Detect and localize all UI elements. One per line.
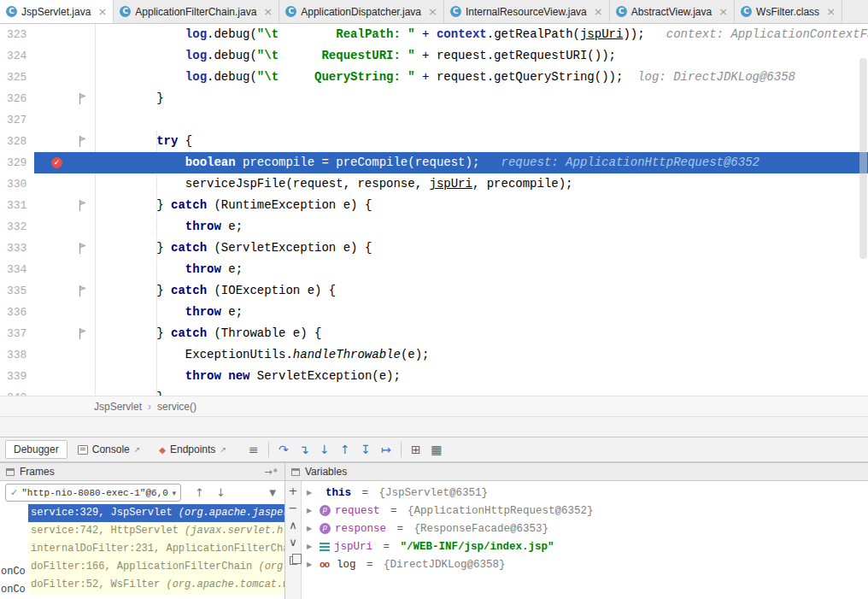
fold-marker-icon[interactable] — [79, 136, 86, 147]
next-frame-icon[interactable]: ↓ — [216, 486, 226, 499]
gutter[interactable] — [34, 323, 96, 344]
code-text: } — [96, 88, 868, 109]
variable-row[interactable]: jspUri = "/WEB-INF/jsp/index.jsp" — [302, 537, 868, 555]
frames-title: Frames — [20, 466, 55, 478]
gutter[interactable] — [34, 302, 96, 323]
tab-close-icon[interactable] — [718, 6, 728, 17]
remove-watch-icon[interactable]: − — [289, 502, 298, 514]
fold-marker-icon[interactable] — [79, 328, 86, 339]
variable-row[interactable]: this = {JspServlet@6351} — [302, 484, 868, 502]
tab-close-icon[interactable] — [826, 6, 836, 17]
frame-row[interactable]: doFilter:166, ApplicationFilterChain (or… — [0, 558, 284, 576]
line-number: 324 — [0, 45, 34, 67]
step-into-icon[interactable]: ↓ — [314, 443, 335, 456]
equals-sign: = — [377, 541, 396, 553]
filter-frames-icon[interactable]: ▼ — [269, 488, 276, 497]
variable-row[interactable]: oolog = {DirectJDKLog@6358} — [302, 555, 868, 573]
code-line: 324 log.debug("\t RequestURI: " + reques… — [0, 45, 868, 67]
gutter[interactable] — [34, 131, 96, 152]
duplicate-icon[interactable] — [290, 556, 297, 565]
code-line: 330 serviceJspFile(request, response, js… — [0, 173, 868, 195]
tab-close-icon[interactable] — [97, 6, 107, 17]
debug-tab-debugger[interactable]: Debugger — [5, 440, 67, 459]
debug-tab-console[interactable]: Console — [69, 440, 150, 459]
frame-row[interactable]: service:742, HttpServlet (javax.servlet.… — [0, 522, 284, 540]
gutter[interactable] — [34, 238, 96, 259]
frames-icon — [6, 468, 15, 476]
code-token: catch — [171, 326, 207, 340]
fold-marker-icon[interactable] — [79, 93, 86, 104]
code-token: context: ApplicationContextFacade@63 — [645, 27, 868, 41]
previous-frame-icon[interactable]: ↑ — [195, 486, 204, 499]
code-editor[interactable]: 323 log.debug("\t RealPath: " + context.… — [0, 24, 868, 396]
layout-options-icon[interactable]: ≡ — [243, 443, 264, 456]
gutter[interactable] — [34, 195, 96, 216]
tab-close-icon[interactable] — [263, 6, 273, 17]
editor-tab[interactable]: WsFilter.class — [735, 0, 842, 23]
gutter[interactable] — [34, 24, 96, 45]
code-line: 335 } catch (IOException e) { — [0, 280, 868, 302]
gutter[interactable] — [34, 366, 96, 387]
code-token: throw — [185, 262, 221, 276]
drop-frame-icon[interactable]: ↧ — [355, 443, 376, 456]
gutter[interactable] — [34, 173, 96, 195]
gutter[interactable] — [34, 259, 96, 280]
editor-tab[interactable]: ApplicationDispatcher.java — [279, 0, 444, 23]
frame-row[interactable]: service:329, JspServlet (org.apache.jasp… — [0, 504, 284, 522]
gutter[interactable] — [34, 88, 96, 109]
breakpoint-icon[interactable] — [51, 157, 62, 168]
expand-chevron-icon[interactable] — [307, 561, 315, 568]
frame-row[interactable]: internalDoFilter:231, ApplicationFilterC… — [0, 540, 284, 558]
step-out-icon[interactable]: ↑ — [335, 443, 355, 456]
gutter[interactable] — [34, 344, 96, 366]
editor-tab[interactable]: JspServlet.java — [0, 0, 114, 23]
frame-row[interactable]: doFilter:52, WsFilter (org.apache.tomcat… — [0, 576, 284, 594]
move-down-icon[interactable]: ∨ — [289, 537, 297, 548]
gutter[interactable] — [34, 152, 96, 173]
editor-tab[interactable]: AbstractView.java — [610, 0, 735, 23]
gutter[interactable] — [34, 109, 96, 131]
line-number: 323 — [0, 24, 34, 45]
code-token: (e); — [401, 348, 430, 361]
debug-tab-endpoints[interactable]: Endpoints — [150, 440, 235, 459]
splitter-band[interactable] — [0, 416, 868, 437]
code-token: } — [156, 198, 171, 212]
line-number: 334 — [0, 259, 34, 280]
equals-sign: = — [390, 523, 410, 535]
code-text: } catch (IOException e) { — [96, 280, 868, 302]
gutter[interactable] — [34, 45, 96, 67]
dropdown-caret-icon[interactable] — [172, 489, 176, 497]
layout-settings-icon[interactable]: ▦ — [426, 443, 447, 456]
console-icon — [78, 445, 88, 455]
expand-chevron-icon[interactable] — [307, 543, 315, 550]
step-over-icon[interactable]: ↴ — [294, 443, 314, 456]
editor-scrollbar[interactable] — [859, 58, 867, 259]
breadcrumb-item[interactable]: JspServlet — [94, 401, 142, 413]
editor-tab[interactable]: ApplicationFilterChain.java — [114, 0, 279, 23]
tab-close-icon[interactable] — [428, 6, 437, 17]
gutter[interactable] — [34, 67, 96, 88]
expand-chevron-icon[interactable] — [307, 525, 315, 532]
editor-tab[interactable]: InternalResourceView.java — [444, 0, 610, 23]
breadcrumb-item[interactable]: service() — [157, 401, 196, 413]
gutter[interactable] — [34, 280, 96, 302]
code-token: throw — [185, 220, 221, 233]
thread-selector[interactable]: "http-nio-8080-exec-1"@6,0... — [5, 484, 181, 502]
line-number: 326 — [0, 88, 34, 109]
run-to-cursor-icon[interactable]: ↦ — [376, 443, 396, 456]
expand-chevron-icon[interactable] — [307, 489, 315, 496]
evaluate-expression-icon[interactable]: ⊞ — [406, 443, 426, 456]
move-up-icon[interactable]: ∧ — [289, 520, 297, 531]
variable-row[interactable]: prequest = {ApplicationHttpRequest@6352} — [302, 502, 868, 520]
gutter[interactable] — [34, 387, 96, 396]
tab-close-icon[interactable] — [594, 6, 603, 17]
add-watch-icon[interactable]: + — [289, 485, 298, 496]
gutter[interactable] — [34, 216, 96, 238]
expand-chevron-icon[interactable] — [307, 507, 315, 514]
frames-header-icons[interactable]: →* — [264, 467, 279, 478]
fold-marker-icon[interactable] — [79, 200, 86, 211]
show-execution-point-icon[interactable]: ↷ — [273, 443, 294, 456]
fold-marker-icon[interactable] — [79, 285, 86, 297]
fold-marker-icon[interactable] — [79, 243, 86, 254]
variable-row[interactable]: presponse = {ResponseFacade@6353} — [302, 520, 868, 537]
